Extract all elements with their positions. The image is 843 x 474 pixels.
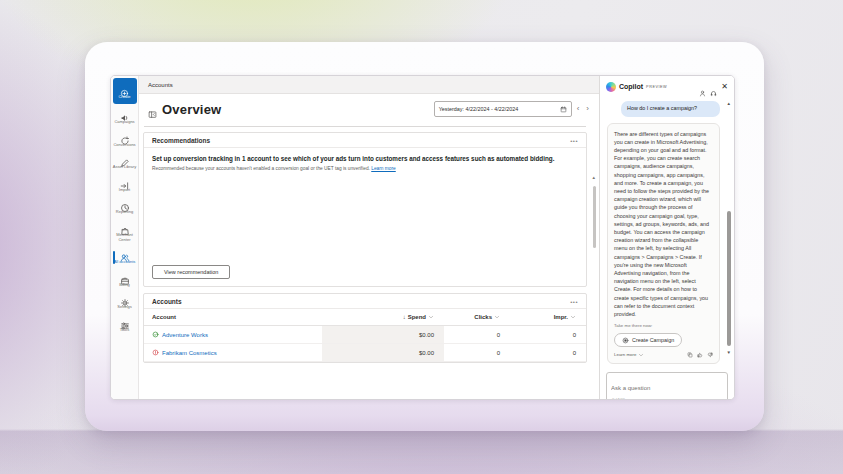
sidebar-item-settings[interactable]: Settings [112,291,138,314]
sync-icon [120,132,130,142]
learn-more-dropdown[interactable]: Learn more [614,352,644,359]
sidebar-item-billing[interactable]: Billing [112,269,138,292]
page-header: Overview Yesterday: 4/22/2024 - 4/22/202… [139,94,599,124]
spend-cell: $0.00 [322,344,444,361]
headset-icon[interactable] [710,83,717,90]
sidebar-item-asset-library[interactable]: Asset Library [112,151,138,174]
import-icon [120,177,130,187]
char-counter: 0 / 500 [612,397,625,400]
main-area: Accounts Overview Yesterday: 4/22/2024 -… [139,76,599,399]
bot-message-text: There are different types of campaigns y… [614,130,713,319]
recommendation-reason-text: Recommended because your accounts haven'… [152,166,370,171]
create-campaign-label: Create Campaign [632,336,674,344]
column-clicks[interactable]: Clicks [444,309,510,325]
copilot-preview-badge: PREVIEW [646,85,667,89]
briefcase-icon [120,272,130,282]
create-button-label: Create [118,94,130,99]
chevron-down-icon [570,314,576,320]
date-range-picker[interactable]: Yesterday: 4/22/2024 - 4/22/2024 [434,101,572,117]
recommendation-message: Set up conversion tracking in 1 account … [152,155,554,164]
thumbs-up-icon[interactable] [697,352,703,358]
scroll-up-arrow[interactable]: ▲ [592,176,596,181]
sidebar-item-label: Settings [117,305,131,310]
clicks-cell: 0 [444,344,510,361]
plus-circle-icon [120,84,129,93]
sidebar-item-label: Tools [120,328,129,333]
sidebar-items: CampaignsConversionsAsset LibraryImportR… [112,106,138,337]
table-row: Fabrikam Cosmetics$0.0000 [144,344,586,362]
bag-icon [120,222,130,232]
table-row: Adventure Works$0.0000 [144,326,586,344]
people-icon [120,249,130,259]
user-message-bubble: How do I create a campaign? [621,101,720,117]
sparkle-circle-icon [622,337,629,344]
pencil-icon [120,154,130,164]
date-next-button[interactable]: › [584,105,591,113]
copilot-header: Copilot PREVIEW ✕ [600,76,734,97]
copilot-chat-area: How do I create a campaign? There are di… [600,97,734,369]
clock-icon [120,199,130,209]
question-input-box[interactable]: 0 / 500 [606,372,728,400]
create-campaign-button[interactable]: Create Campaign [614,333,682,347]
column-clicks-label: Clicks [474,314,492,320]
scroll-down-arrow[interactable]: ▼ [727,351,731,356]
sidebar-item-merchant-center[interactable]: Merchant Center [112,219,138,246]
column-account[interactable]: Account [152,309,322,325]
sidebar-item-import[interactable]: Import [112,174,138,197]
sidebar-item-label: Billing [119,283,130,288]
copilot-title: Copilot [619,83,643,90]
sliders-icon [120,317,130,327]
learn-more-link[interactable]: Learn more [371,166,396,171]
sidebar-item-label: Import [119,188,130,193]
impr-cell: 0 [510,344,586,361]
copilot-scrollbar-thumb[interactable] [727,211,731,346]
account-link[interactable]: Fabrikam Cosmetics [162,350,217,356]
accounts-table-header: Account ↓ Spend Clicks Impr. [144,309,586,326]
take-me-there-label: Take me there now: [614,323,713,330]
alert-circle-icon [152,349,159,356]
send-icon[interactable] [716,395,723,400]
scrolled-card-edge [144,126,586,127]
device-frame: Create CampaignsConversionsAsset Library… [85,42,764,431]
learn-more-label: Learn more [614,352,636,359]
bot-message-bubble: There are different types of campaigns y… [607,123,720,364]
date-range-value: Yesterday: 4/22/2024 - 4/22/2024 [439,106,519,112]
close-icon[interactable]: ✕ [721,83,728,91]
create-button[interactable]: Create [113,78,137,104]
page-title: Overview [162,102,221,117]
recommendations-card: Recommendations ••• Set up conversion tr… [143,132,587,287]
content-scroll-area: Recommendations ••• Set up conversion tr… [139,124,599,399]
view-recommendation-button[interactable]: View recommendation [152,265,230,279]
accounts-title: Accounts [152,298,182,305]
app-window: Create CampaignsConversionsAsset Library… [110,75,735,400]
recommendations-more-menu[interactable]: ••• [570,138,578,144]
collapse-panel-icon[interactable] [148,105,157,114]
sidebar-item-label: All accounts [114,260,136,265]
recommendations-title: Recommendations [152,137,210,144]
sidebar-item-tools[interactable]: Tools [112,314,138,337]
account-link[interactable]: Adventure Works [162,332,208,338]
copy-icon[interactable] [687,352,693,358]
sidebar-item-reporting[interactable]: Reporting [112,196,138,219]
column-impr-label: Impr. [554,314,568,320]
tab-accounts[interactable]: Accounts [148,82,173,88]
column-spend[interactable]: ↓ Spend [322,309,444,325]
sidebar-item-label: Campaigns [114,120,134,125]
sidebar-item-label: Conversions [113,143,135,148]
accounts-card: Accounts ••• Account ↓ Spend Clicks [143,293,587,363]
date-prev-button[interactable]: ‹ [575,105,582,113]
column-spend-label: Spend [408,314,426,320]
sidebar-item-campaigns[interactable]: Campaigns [112,106,138,129]
tab-bar: Accounts [139,76,599,94]
sidebar-item-all-accounts[interactable]: All accounts [112,246,138,269]
scrollbar-thumb[interactable] [593,186,596,248]
person-icon[interactable] [699,83,706,90]
column-impr[interactable]: Impr. [510,309,586,325]
main-scrollbar[interactable]: ▲ [591,162,596,362]
accounts-more-menu[interactable]: ••• [570,299,578,305]
sidebar-item-conversions[interactable]: Conversions [112,129,138,152]
sidebar-item-label: Merchant Center [112,233,138,242]
scroll-up-arrow[interactable]: ▲ [727,102,731,107]
thumbs-down-icon[interactable] [707,352,713,358]
question-input[interactable] [611,385,723,391]
